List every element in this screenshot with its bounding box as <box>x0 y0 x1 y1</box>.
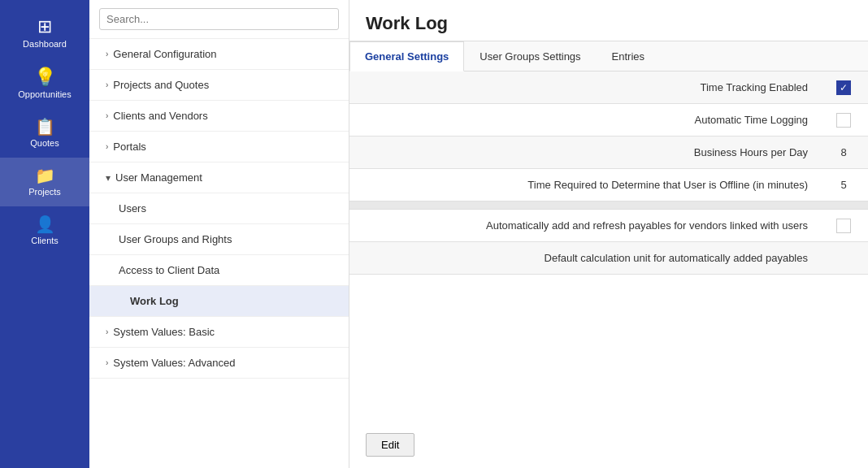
checkbox-time-tracking[interactable]: ✓ <box>819 74 868 102</box>
nav-item-dashboard[interactable]: ⊞ Dashboard <box>0 8 89 58</box>
main-header: Work Log <box>349 0 868 41</box>
nav-label-clients: Clients <box>31 236 59 245</box>
settings-row-business-hours: Business Hours per Day 8 <box>349 136 868 169</box>
label-offline-time: Time Required to Determine that User is … <box>349 172 819 197</box>
sidebar-item-user-management[interactable]: ▾ User Management <box>89 162 349 193</box>
label-auto-logging: Automatic Time Logging <box>349 107 819 132</box>
label-time-tracking: Time Tracking Enabled <box>349 75 819 100</box>
search-input[interactable] <box>99 8 339 30</box>
checked-icon: ✓ <box>836 80 851 95</box>
sidebar-item-users[interactable]: Users <box>89 193 349 224</box>
value-default-calc <box>819 252 868 265</box>
dashboard-icon: ⊞ <box>37 18 52 36</box>
sidebar-label-users: Users <box>119 202 146 214</box>
nav-bar: ⊞ Dashboard 💡 Opportunities 📋 Quotes 📁 P… <box>0 0 89 468</box>
nav-label-quotes: Quotes <box>30 138 59 148</box>
sidebar-item-portals[interactable]: › Portals <box>89 132 349 162</box>
chevron-icon: › <box>106 111 108 120</box>
clients-icon: 👤 <box>35 216 55 232</box>
value-offline-time: 5 <box>819 172 868 197</box>
sidebar-label-system-advanced: System Values: Advanced <box>113 357 235 369</box>
sidebar-label-user-groups: User Groups and Rights <box>119 233 232 245</box>
sidebar-item-clients-vendors[interactable]: › Clients and Vendors <box>89 101 349 132</box>
chevron-icon: › <box>106 327 108 336</box>
checkbox-auto-logging[interactable] <box>819 106 868 134</box>
settings-spacer <box>349 202 868 210</box>
sidebar-label-clients-vendors: Clients and Vendors <box>113 110 207 122</box>
checkbox-auto-payables[interactable] <box>819 212 868 240</box>
chevron-down-icon: ▾ <box>106 172 111 184</box>
settings-row-auto-logging: Automatic Time Logging <box>349 104 868 136</box>
sidebar-label-work-log: Work Log <box>130 295 179 307</box>
sidebar-label-projects-quotes: Projects and Quotes <box>113 79 209 91</box>
sidebar: › General Configuration › Projects and Q… <box>89 0 349 468</box>
chevron-icon: › <box>106 50 108 58</box>
chevron-icon: › <box>106 142 108 151</box>
tabs-bar: General Settings User Groups Settings En… <box>349 41 868 72</box>
label-auto-payables: Automatically add and refresh payables f… <box>349 213 819 238</box>
opportunities-icon: 💡 <box>34 68 56 86</box>
sidebar-item-general-config[interactable]: › General Configuration <box>89 39 349 70</box>
chevron-icon: › <box>106 80 108 89</box>
sidebar-item-user-groups[interactable]: User Groups and Rights <box>89 224 349 255</box>
sidebar-label-user-management: User Management <box>115 171 202 184</box>
sidebar-label-access-client: Access to Client Data <box>119 264 219 276</box>
nav-label-dashboard: Dashboard <box>23 39 67 49</box>
unchecked-icon <box>836 113 851 128</box>
value-business-hours: 8 <box>819 140 868 165</box>
sidebar-label-system-basic: System Values: Basic <box>113 326 215 338</box>
unchecked-icon <box>836 219 851 233</box>
sidebar-item-system-values-advanced[interactable]: › System Values: Advanced <box>89 348 349 379</box>
page-title: Work Log <box>366 13 852 34</box>
main-content: Work Log General Settings User Groups Se… <box>349 0 868 468</box>
nav-item-opportunities[interactable]: 💡 Opportunities <box>0 58 89 109</box>
tab-general-settings[interactable]: General Settings <box>349 41 464 72</box>
projects-icon: 📁 <box>35 167 55 184</box>
settings-row-offline-time: Time Required to Determine that User is … <box>349 169 868 202</box>
label-default-calc: Default calculation unit for automatical… <box>349 245 819 271</box>
quotes-icon: 📋 <box>35 119 55 135</box>
nav-item-projects[interactable]: 📁 Projects <box>0 158 89 206</box>
tab-user-groups-settings[interactable]: User Groups Settings <box>464 41 596 72</box>
tab-entries[interactable]: Entries <box>597 41 660 72</box>
nav-label-projects: Projects <box>28 187 61 197</box>
settings-table: Time Tracking Enabled ✓ Automatic Time L… <box>349 72 868 422</box>
sidebar-item-system-values-basic[interactable]: › System Values: Basic <box>89 317 349 348</box>
search-container <box>89 0 349 39</box>
edit-button-area: Edit <box>349 422 868 468</box>
chevron-icon: › <box>106 358 108 367</box>
settings-row-time-tracking: Time Tracking Enabled ✓ <box>349 72 868 104</box>
settings-row-auto-payables: Automatically add and refresh payables f… <box>349 210 868 242</box>
sidebar-item-work-log[interactable]: Work Log <box>89 286 349 317</box>
label-business-hours: Business Hours per Day <box>349 140 819 165</box>
settings-row-default-calc: Default calculation unit for automatical… <box>349 242 868 275</box>
nav-item-quotes[interactable]: 📋 Quotes <box>0 109 89 158</box>
sidebar-label-general-config: General Configuration <box>113 48 216 60</box>
nav-label-opportunities: Opportunities <box>18 89 71 99</box>
sidebar-item-projects-quotes[interactable]: › Projects and Quotes <box>89 70 349 101</box>
nav-item-clients[interactable]: 👤 Clients <box>0 206 89 255</box>
sidebar-item-access-client[interactable]: Access to Client Data <box>89 255 349 286</box>
sidebar-label-portals: Portals <box>113 141 145 153</box>
edit-button[interactable]: Edit <box>366 433 414 457</box>
